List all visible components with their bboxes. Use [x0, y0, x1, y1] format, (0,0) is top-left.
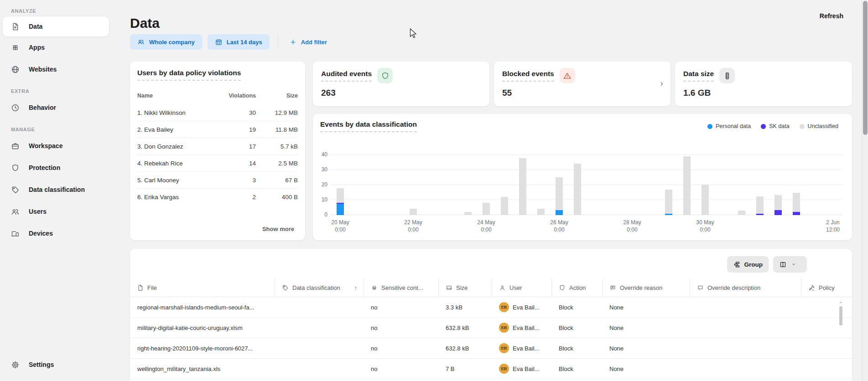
- cell-sensitive: no: [364, 366, 438, 372]
- stat-card-value: 1.6 GB: [683, 88, 844, 98]
- violations-size: 2.5 MB: [256, 160, 298, 167]
- gridline: [330, 170, 842, 170]
- chart-bar-segment-sk: [774, 210, 782, 215]
- sidebar-item-settings[interactable]: Settings: [0, 354, 112, 376]
- chevron-right-icon[interactable]: [658, 80, 666, 88]
- violations-count: 3: [220, 177, 256, 184]
- chart-bar-segment-unclassified: [556, 177, 563, 211]
- stat-card-audited-events[interactable]: Audited events 263: [313, 62, 489, 106]
- column-header-data-classification[interactable]: Data classification↑: [275, 279, 364, 297]
- group-button[interactable]: Group: [727, 256, 769, 273]
- stat-card-title: Blocked events: [502, 70, 554, 82]
- sidebar-item-protection[interactable]: Protection: [0, 157, 112, 179]
- violations-table-row[interactable]: 2. Eva Bailey 19 11.8 MB: [137, 121, 298, 138]
- violations-table-row[interactable]: 3. Don Gonzalez 17 5.7 kB: [137, 138, 298, 155]
- chart-bar-segment-personal: [665, 214, 672, 215]
- stat-card-value: 263: [321, 88, 481, 98]
- cell-sensitive: no: [364, 345, 438, 352]
- stat-card-title: Data size: [683, 70, 714, 82]
- cell-size: 632.8 kB: [438, 345, 492, 352]
- violations-table-row[interactable]: 4. Rebekah Rice 14 2.5 MB: [137, 155, 298, 172]
- cell-file: wellington_military_tanzania.xls: [130, 366, 275, 372]
- sidebar-section-label: MANAGE: [11, 127, 112, 132]
- x-axis-tick: 2 Jun12:00: [812, 219, 853, 233]
- violations-table-row[interactable]: 6. Erika Vargas 2 400 B: [137, 189, 298, 206]
- table-header-row: FileData classification↑Sensitive cont..…: [130, 279, 852, 297]
- warning-icon: [560, 68, 575, 83]
- sidebar-item-behavior[interactable]: Behavior: [0, 97, 112, 118]
- legend-item: Unclassified: [800, 123, 838, 129]
- group-icon: [733, 261, 741, 268]
- chart-bar-segment-unclassified: [501, 197, 508, 215]
- chart-bar-segment-unclassified: [519, 158, 526, 215]
- page-scrollbar-thumb[interactable]: [863, 1, 868, 135]
- violations-user-name: 1. Nikki Wilkinson: [137, 109, 220, 116]
- sidebar-item-websites[interactable]: Websites: [0, 58, 112, 80]
- column-header-override-description[interactable]: Override description: [690, 279, 801, 297]
- table-scrollbar-thumb[interactable]: [839, 306, 842, 325]
- violations-table-row[interactable]: 5. Carl Mooney 3 67 B: [137, 172, 298, 189]
- chart-bar-segment-unclassified: [702, 185, 709, 215]
- filter-whole-company[interactable]: Whole company: [130, 34, 202, 50]
- sidebar-item-workspace[interactable]: Workspace: [0, 135, 112, 157]
- violations-user-name: 4. Rebekah Rice: [137, 160, 220, 167]
- column-header-sensitive-cont[interactable]: Sensitive cont...: [364, 279, 438, 297]
- sidebar-item-devices[interactable]: Devices: [0, 222, 112, 244]
- refresh-button[interactable]: Refresh: [817, 12, 846, 20]
- x-axis-tick: 26 May0:00: [539, 219, 580, 233]
- apps-icon: [11, 43, 20, 52]
- chart-bar-segment-unclassified: [464, 212, 472, 215]
- column-header-user[interactable]: User: [492, 279, 551, 297]
- gear-icon: [11, 360, 20, 369]
- chart-bar-segment-unclassified: [683, 156, 691, 215]
- document-icon: [11, 22, 20, 31]
- chart-bar: [574, 164, 581, 215]
- chart-bar-segment-unclassified: [337, 188, 344, 203]
- column-header-override-reason[interactable]: Override reason: [602, 279, 690, 297]
- chart-bar-segment-unclassified: [738, 211, 745, 215]
- column-header-policy[interactable]: Policy: [801, 279, 852, 297]
- x-axis-tick: 22 May0:00: [393, 219, 434, 233]
- violations-count: 2: [220, 194, 256, 201]
- chart-bar-segment-unclassified: [410, 209, 417, 215]
- column-header-size[interactable]: Size: [438, 279, 492, 297]
- violations-user-name: 5. Carl Mooney: [137, 177, 220, 184]
- cell-sensitive: no: [364, 304, 438, 311]
- sidebar-item-apps[interactable]: Apps: [0, 36, 112, 58]
- stat-card-blocked-events[interactable]: Blocked events 55: [494, 62, 670, 106]
- y-axis-tick: 10: [314, 196, 327, 203]
- filter-period-label: Last 14 days: [227, 39, 262, 46]
- filter-date-range[interactable]: Last 14 days: [208, 34, 270, 50]
- scroll-up-icon[interactable]: [838, 299, 844, 305]
- database-icon: [719, 68, 735, 83]
- table-scrollbar[interactable]: [838, 299, 844, 381]
- table-row[interactable]: regional-marshall-islands-medium-seoul-f…: [130, 297, 852, 318]
- table-row[interactable]: wellington_military_tanzania.xlsno7 BEBE…: [130, 359, 852, 379]
- table-row[interactable]: right-hearing-20201109-style-moroni-6027…: [130, 338, 852, 359]
- violations-count: 19: [220, 126, 256, 133]
- clock-icon: [11, 103, 20, 112]
- violations-size: 12.9 MB: [256, 109, 298, 116]
- cell-action: Block: [551, 345, 602, 352]
- events-table-card: Group FileData classification↑Sensitive …: [130, 249, 852, 381]
- page-scrollbar[interactable]: [862, 0, 868, 381]
- sidebar-item-users[interactable]: Users: [0, 201, 112, 222]
- column-header-action[interactable]: Action: [551, 279, 602, 297]
- add-filter-button[interactable]: Add filter: [286, 38, 330, 46]
- violations-table-row[interactable]: 1. Nikki Wilkinson 30 12.9 MB: [137, 104, 298, 121]
- chart-bar-segment-unclassified: [793, 193, 800, 212]
- table-row[interactable]: military-digital-katie-couric-uruguay.xl…: [130, 318, 852, 338]
- cell-action: Block: [551, 366, 602, 372]
- cell-file: right-hearing-20201109-style-moroni-6027…: [130, 345, 275, 352]
- cell-user: EBEva Bail...: [492, 323, 551, 333]
- violations-count: 17: [220, 143, 256, 150]
- column-header-file[interactable]: File: [130, 279, 275, 297]
- sidebar-item-data[interactable]: Data: [3, 16, 109, 36]
- y-axis-tick: 30: [314, 166, 327, 173]
- sidebar-item-data-classification[interactable]: Data classification: [0, 179, 112, 201]
- column-settings-button[interactable]: [773, 256, 807, 273]
- violations-table-header: Name Violations Size: [137, 93, 298, 104]
- show-more-button[interactable]: Show more: [260, 225, 297, 233]
- chart-bar: [519, 158, 526, 215]
- stat-card-data-size[interactable]: Data size 1.6 GB: [675, 62, 852, 106]
